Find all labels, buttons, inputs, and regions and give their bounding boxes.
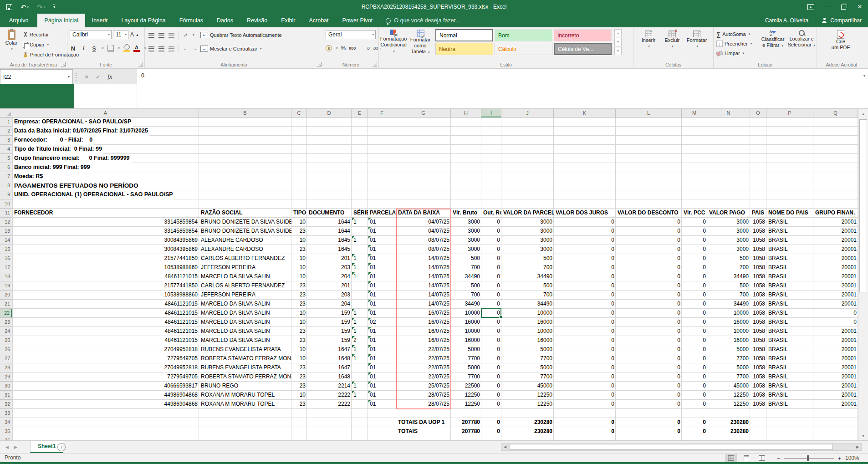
grid-cell-A9[interactable]: UNID. OPERACIONAL (1) OPERACIONAL - SAO …	[13, 190, 174, 199]
gallery-more-icon[interactable]: ▼	[614, 47, 622, 55]
grid-cell-M15[interactable]: 0	[682, 245, 707, 254]
grid-cell-M34[interactable]: 0	[682, 418, 707, 427]
horizontal-scroll-thumb[interactable]	[510, 444, 833, 450]
grid-cell-B27[interactable]: ROBERTA STAMATO FERRAZ MONACO	[199, 354, 291, 363]
row-header-15[interactable]: 15	[0, 245, 12, 254]
grid-cell-D31[interactable]: 2222	[307, 391, 352, 400]
grid-cell-J25[interactable]: 16000	[502, 336, 554, 345]
grid-cell-I23[interactable]: 0	[482, 318, 501, 327]
grid-cell-O20[interactable]: 1058	[751, 291, 766, 300]
select-all-button[interactable]	[0, 109, 12, 117]
italic-button[interactable]: I	[80, 45, 87, 52]
grid-cell-K12[interactable]: 0	[554, 218, 616, 227]
grid-cell-C21[interactable]: 23	[292, 300, 307, 309]
grid-cell-L35[interactable]: 0	[616, 427, 682, 436]
grid-cell-P26[interactable]: BRASIL	[767, 345, 813, 354]
grid-cell-L12[interactable]: 0	[616, 218, 682, 227]
grid-cell-C18[interactable]: 10	[292, 272, 307, 281]
grid-cell-P16[interactable]: BRASIL	[767, 254, 813, 263]
grid-cell-L18[interactable]: 0	[616, 272, 682, 281]
grid-cell-A14[interactable]: 30084395869	[13, 236, 199, 245]
grid-cell-L13[interactable]: 0	[616, 227, 682, 236]
grid-cell-A31[interactable]: 44986904868	[13, 391, 199, 400]
grid-cell-M25[interactable]: 0	[682, 336, 707, 345]
grid-cell-K13[interactable]: 0	[554, 227, 616, 236]
grid-cell-J27[interactable]: 7700	[502, 354, 554, 363]
grid-cell-J32[interactable]: 12250	[502, 400, 554, 409]
grid-cell-M18[interactable]: 0	[682, 272, 707, 281]
tab-dados[interactable]: Dados	[210, 14, 240, 27]
grid-cell-C32[interactable]: 23	[292, 400, 307, 409]
grid-cell-A22[interactable]: 48461121015	[13, 309, 199, 318]
grid-cell-B30[interactable]: BRUNO REGO	[199, 382, 291, 391]
grid-cell-D17[interactable]: 203	[307, 263, 352, 272]
row-header-35[interactable]: 35	[0, 427, 12, 436]
grid-cell-F11[interactable]: PARCELA	[368, 209, 396, 218]
grid-cell-F27[interactable]: 01	[368, 354, 396, 363]
increase-indent-icon[interactable]: →	[192, 46, 197, 51]
underline-button[interactable]: S	[91, 45, 97, 52]
grid-cell-K14[interactable]: 0	[554, 236, 616, 245]
align-bottom-icon[interactable]	[168, 33, 174, 38]
vertical-scrollbar[interactable]: ▲ ▼	[858, 109, 868, 440]
column-header-L[interactable]: L	[616, 109, 682, 117]
grid-cell-L19[interactable]: 0	[616, 281, 682, 291]
grid-cell-G13[interactable]: 04/07/25	[397, 227, 451, 236]
grid-cell-D20[interactable]: 203	[307, 291, 352, 300]
grid-cell-A18[interactable]: 48461121015	[13, 272, 199, 281]
grid-cell-O11[interactable]: PAIS	[751, 209, 766, 218]
grid-cell-O26[interactable]: 1058	[751, 345, 766, 354]
grid-cell-D16[interactable]: 201	[307, 254, 352, 263]
enter-button[interactable]: ✓	[96, 74, 100, 80]
close-button[interactable]: ×	[852, 0, 868, 14]
copy-button[interactable]: Copiar▾	[23, 40, 49, 49]
tellme-box[interactable]: O que você deseja fazer...	[379, 14, 466, 27]
grid-cell-H34[interactable]: 207780	[451, 418, 481, 427]
grid-cell-K28[interactable]: 0	[554, 363, 616, 372]
grid-cell-O24[interactable]: 1058	[751, 327, 766, 336]
grid-cell-G16[interactable]: 14/07/25	[397, 254, 451, 263]
grid-cell-A24[interactable]: 48461121015	[13, 327, 199, 336]
grid-cell-A12[interactable]: 33145859854	[13, 218, 199, 227]
grid-cell-C25[interactable]: 23	[292, 336, 307, 345]
gallery-up-icon[interactable]: ▲	[614, 29, 622, 37]
grid-cell-B15[interactable]: ALEXANDRE CARDOSO	[199, 245, 291, 254]
grid-cell-E30[interactable]: 1	[352, 382, 368, 391]
grid-cell-L31[interactable]: 0	[616, 391, 682, 400]
row-header-8[interactable]: 8	[0, 181, 12, 190]
fill-color-button[interactable]	[123, 45, 130, 52]
view-page-layout-button[interactable]	[740, 454, 752, 462]
grid-cell-J18[interactable]: 34490	[502, 272, 554, 281]
grid-cell-M24[interactable]: 0	[682, 327, 707, 336]
create-pdf-button[interactable]: Crie um PDF	[828, 30, 853, 51]
grid-cell-O19[interactable]: 1058	[751, 281, 766, 291]
grid-cell-H12[interactable]: 3000	[451, 218, 481, 227]
grid-cell-G31[interactable]: 28/07/25	[397, 391, 451, 400]
grid-cell-L34[interactable]: 0	[616, 418, 682, 427]
grid-cell-A3[interactable]: Fornecedor: 0 - Filial: 0	[13, 136, 94, 145]
grid-cell-F26[interactable]: 01	[368, 345, 396, 354]
grid-cell-B32[interactable]: ROXANA M MORARU TOPEL	[199, 400, 291, 409]
grid-cell-A20[interactable]: 10538988860	[13, 291, 199, 300]
grid-cell-D15[interactable]: 1645	[307, 245, 352, 254]
grid-cell-A28[interactable]: 27049952818	[13, 363, 199, 372]
grid-cell-F22[interactable]: 01	[368, 309, 396, 318]
grid-cell-B13[interactable]: BRUNO DONIZETE DA SILVA SUIDED	[199, 227, 291, 236]
grid-cell-B28[interactable]: RUBENS EVANGELISTA PRATA	[199, 363, 291, 372]
grid-cell-D14[interactable]: 1645	[307, 236, 352, 245]
grid-cell-J15[interactable]: 3000	[502, 245, 554, 254]
grid-cell-E16[interactable]: 1	[352, 254, 368, 263]
grid-cell-D30[interactable]: 2214	[307, 382, 352, 391]
number-dialog-launcher-icon[interactable]: ↘	[373, 62, 377, 66]
grid-cell-O15[interactable]: 1058	[751, 245, 766, 254]
tab-inserir[interactable]: Inserir	[85, 14, 115, 27]
row-header-16[interactable]: 16	[0, 254, 12, 263]
comma-style-button[interactable]: 000	[349, 46, 356, 51]
grid-cell-N34[interactable]: 230280	[708, 418, 750, 427]
ribbon-display-options-button[interactable]: ▴	[802, 0, 819, 14]
grid-cell-A19[interactable]: 21577441850	[13, 281, 199, 291]
save-button[interactable]	[6, 4, 12, 10]
grid-cell-K16[interactable]: 0	[554, 254, 616, 263]
row-header-32[interactable]: 32	[0, 400, 12, 409]
row-header-3[interactable]: 3	[0, 136, 12, 145]
